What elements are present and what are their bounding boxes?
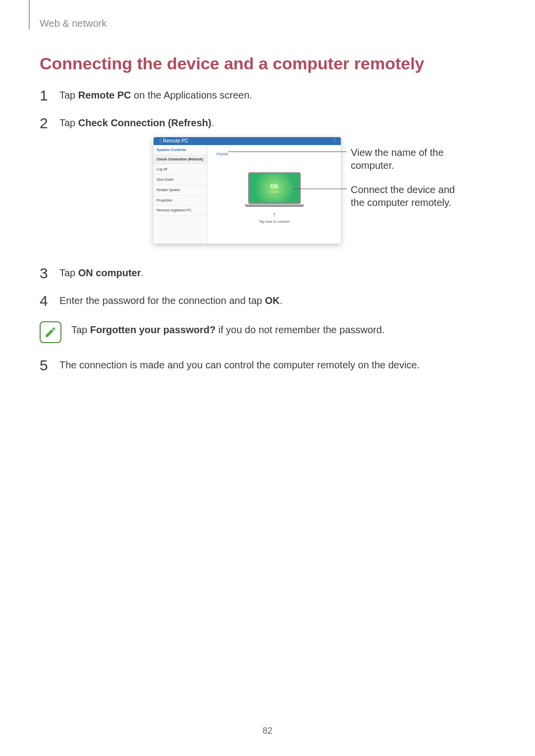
overflow-menu-icon[interactable]: ⋮: [333, 138, 338, 145]
step-text-pre: Enter the password for the connection an…: [59, 295, 265, 306]
step-3: 3 Tap ON computer.: [40, 266, 495, 280]
note-pre: Tap: [71, 324, 90, 335]
step-5: 5 The connection is made and you can con…: [40, 358, 495, 372]
on-sublabel: computer: [270, 191, 278, 194]
step-text-post: .: [141, 267, 144, 278]
step-number: 2: [40, 113, 48, 134]
main-area: Home ON computer ⇡ Tap here to connect: [208, 145, 341, 244]
section-heading: Connecting the device and a computer rem…: [40, 54, 495, 73]
step-text-post: .: [212, 117, 214, 128]
computer-name-label: Home: [216, 151, 228, 157]
computer-screen-icon: ON computer: [248, 172, 301, 204]
callout-computer-name: View the name of the computer.: [351, 146, 460, 172]
step-text-pre: Tap: [59, 267, 78, 278]
sidebar-item-properties[interactable]: Properties: [154, 196, 207, 206]
callout-line: [228, 151, 347, 152]
laptop-base: [245, 204, 304, 207]
sidebar-header: System Controls: [154, 145, 207, 154]
step-number: 5: [40, 355, 48, 376]
step-text-pre: The connection is made and you can contr…: [59, 359, 420, 370]
callout-line: [292, 189, 347, 189]
device-frame: 〈 Remote PC ⋮ System Controls Check Conn…: [154, 137, 341, 244]
pencil-icon: [44, 326, 57, 339]
screenshot-figure: 〈 Remote PC ⋮ System Controls Check Conn…: [154, 137, 535, 251]
sidebar-item-restart[interactable]: Restart System: [154, 185, 207, 196]
step-text-pre: Tap: [59, 90, 78, 101]
sidebar-item-shut-down[interactable]: Shut Down: [154, 175, 207, 185]
note-post: if you do not remember the password.: [215, 324, 384, 335]
step-number: 4: [40, 291, 48, 311]
up-arrow-icon: ⇡: [245, 212, 304, 219]
step-text-post: on the Applications screen.: [131, 90, 253, 101]
note-bold: Forgotten your password?: [90, 324, 215, 335]
step-text-post: .: [280, 295, 283, 306]
sidebar-item-remove-pc[interactable]: Remove registered PC: [154, 205, 207, 216]
sidebar-item-check-connection[interactable]: Check Connection (Refresh): [154, 154, 207, 165]
sidebar: System Controls Check Connection (Refres…: [154, 145, 208, 244]
step-2: 2 Tap Check Connection (Refresh). 〈 Remo…: [40, 116, 495, 251]
note-icon: [40, 321, 61, 343]
step-number: 1: [40, 85, 48, 106]
computer-illustration[interactable]: ON computer ⇡ Tap here to connect: [245, 172, 304, 224]
callout-connect: Connect the device and the computer remo…: [351, 183, 460, 209]
app-title: Remote PC: [163, 138, 189, 144]
note-block: Tap Forgotten your password? if you do n…: [40, 321, 495, 343]
breadcrumb: Web & network: [40, 18, 495, 29]
step-number: 3: [40, 263, 48, 284]
step-text-bold: Check Connection (Refresh): [78, 117, 212, 128]
step-text-bold: Remote PC: [78, 90, 131, 101]
note-text: Tap Forgotten your password? if you do n…: [71, 321, 384, 336]
step-text-pre: Tap: [59, 117, 78, 128]
step-4: 4 Enter the password for the connection …: [40, 294, 495, 307]
sidebar-item-log-off[interactable]: Log off: [154, 164, 207, 175]
step-text-bold: OK: [265, 295, 280, 306]
tap-to-connect-label: Tap here to connect: [245, 219, 304, 224]
margin-rule: [29, 0, 30, 30]
step-text-bold: ON computer: [78, 267, 141, 278]
app-titlebar[interactable]: 〈 Remote PC ⋮: [154, 137, 341, 145]
back-button[interactable]: 〈 Remote PC: [157, 138, 188, 145]
step-1: 1 Tap Remote PC on the Applications scre…: [40, 88, 495, 102]
on-label: ON: [270, 183, 278, 190]
page-number: 82: [0, 726, 535, 736]
